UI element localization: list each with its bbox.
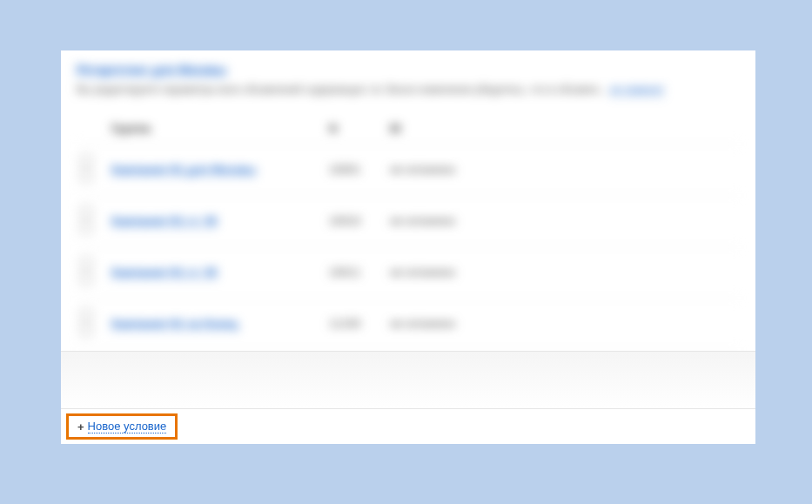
row-link[interactable]: Кампания N1 для Москвы [111, 163, 256, 177]
page-title-text: Ретаргетинг для Москвы [77, 63, 226, 77]
row-number: 10010 [325, 195, 386, 246]
row-number: 10001 [325, 144, 386, 195]
checkbox-icon[interactable] [80, 170, 92, 182]
row-link[interactable]: Кампания N1 ст. 50 [111, 265, 217, 279]
checkbox-icon[interactable] [80, 324, 92, 336]
row-number: 11150 [325, 298, 386, 349]
row-link[interactable]: Кампания N1 ст. 50 [111, 214, 217, 228]
col-name: Группа [108, 113, 325, 144]
checkbox-icon[interactable] [80, 258, 92, 270]
row-status: не оплачено [386, 298, 740, 349]
table-row: Кампания N1 на Конец 11150 не оплачено [77, 298, 740, 349]
checkbox-icon[interactable] [80, 221, 92, 233]
plus-icon: + [77, 420, 84, 433]
new-condition-button[interactable]: + Новое условие [66, 413, 178, 440]
checkbox-icon[interactable] [80, 155, 92, 167]
gradient-strip [61, 351, 755, 411]
table-row: Кампания N1 для Москвы 10001 не оплачено [77, 144, 740, 195]
checkbox-icon[interactable] [80, 206, 92, 218]
row-link[interactable]: Кампания N1 на Конец [111, 317, 238, 331]
col-number: N [325, 113, 386, 144]
row-status: не оплачено [386, 195, 740, 246]
checkbox-icon[interactable] [80, 309, 92, 321]
page-description: Вы редактируете параметры всех объявлени… [77, 83, 740, 97]
page-title-link[interactable]: Ретаргетинг для Москвы [77, 63, 740, 83]
table-row: Кампания N1 ст. 50 10011 не оплачено [77, 246, 740, 298]
row-status: не оплачено [386, 144, 740, 195]
content-panel: Ретаргетинг для Москвы Вы редактируете п… [61, 50, 755, 444]
table-header-row: Группа N ID [77, 113, 740, 144]
row-status: не оплачено [386, 246, 740, 298]
table-row: Кампания N1 ст. 50 10010 не оплачено [77, 195, 740, 246]
page-description-text: Вы редактируете параметры всех объявлени… [77, 84, 607, 96]
footer-bar: + Новое условие [61, 408, 755, 444]
new-condition-label: Новое условие [88, 420, 167, 433]
row-number: 10011 [325, 246, 386, 298]
col-status: ID [386, 113, 740, 144]
checkbox-icon[interactable] [80, 272, 92, 285]
page-description-link[interactable]: не изменит [610, 84, 665, 97]
